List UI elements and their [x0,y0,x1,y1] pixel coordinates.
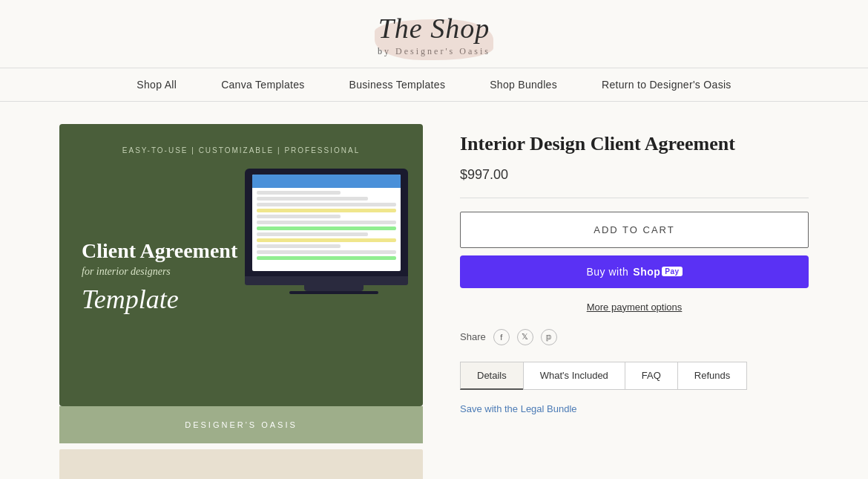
product-badge: EASY-TO-USE | CUSTOMIZABLE | PROFESSIONA… [82,146,401,154]
product-image-title-line1: Client Agreement [82,238,237,264]
product-price: $997.00 [460,167,809,183]
tab-details[interactable]: Details [460,362,523,390]
product-image-cursive: Template [82,284,237,315]
buy-now-shop-pay-button[interactable]: Buy with Shop Pay [460,255,809,288]
product-image-footer: DESIGNER'S OASIS [59,406,423,443]
main-content: EASY-TO-USE | CUSTOMIZABLE | PROFESSIONA… [0,102,868,479]
thumbnail-strip [59,449,423,479]
main-nav: Shop All Canva Templates Business Templa… [0,68,868,102]
twitter-share-icon[interactable]: 𝕏 [517,329,533,345]
add-to-cart-button[interactable]: ADD TO CART [460,212,809,248]
laptop-base [245,276,408,285]
tab-faq[interactable]: FAQ [625,362,677,390]
doc-lines [252,188,401,265]
product-image: EASY-TO-USE | CUSTOMIZABLE | PROFESSIONA… [59,124,423,406]
product-details-column: Interior Design Client Agreement $997.00… [460,124,809,479]
logo[interactable]: The Shop by Designer's Oasis [378,13,490,57]
shop-pay-logo: Shop Pay [633,266,682,278]
shop-pay-badge: Pay [662,267,682,276]
laptop-screen [245,169,408,276]
nav-canva-templates[interactable]: Canva Templates [221,79,304,91]
doc-line-highlight [257,209,396,212]
doc-line [257,191,341,195]
price-divider [460,198,809,198]
pinterest-share-icon[interactable]: 𝕡 [541,329,557,345]
doc-line [257,250,396,254]
laptop-screen-content [252,175,401,271]
product-tabs: Details What's Included FAQ Refunds [460,362,809,390]
doc-line [257,203,396,206]
doc-line [257,221,396,224]
nav-business-templates[interactable]: Business Templates [349,79,446,91]
product-image-column: EASY-TO-USE | CUSTOMIZABLE | PROFESSIONA… [59,124,423,479]
legal-bundle-link[interactable]: Save with the Legal Bundle [460,403,577,414]
more-payment-options-button[interactable]: More payment options [460,296,809,319]
laptop-stand [304,285,364,291]
facebook-share-icon[interactable]: f [493,329,510,345]
doc-line [257,197,368,201]
doc-line-highlight2 [257,227,396,230]
site-header: The Shop by Designer's Oasis [0,0,868,68]
nav-return-designers-oasis[interactable]: Return to Designer's Oasis [602,79,731,91]
doc-header-bar [252,175,401,188]
laptop-mockup [245,169,423,377]
doc-line-highlight2 [257,256,396,260]
product-title: Interior Design Client Agreement [460,131,809,157]
laptop-foot [289,291,378,294]
doc-line-highlight [257,238,396,242]
tab-refunds[interactable]: Refunds [677,362,747,390]
buy-now-prefix: Buy with [586,266,628,278]
product-image-title-block: Client Agreement for interior designers … [82,169,237,384]
doc-line [257,215,341,218]
doc-line [257,244,341,248]
tab-whats-included[interactable]: What's Included [523,362,625,390]
logo-text: The Shop [378,13,490,45]
nav-shop-all[interactable]: Shop All [137,79,177,91]
share-label: Share [460,331,486,342]
product-image-title-line2: for interior designers [82,266,237,278]
nav-shop-bundles[interactable]: Shop Bundles [490,79,557,91]
share-row: Share f 𝕏 𝕡 [460,329,809,345]
shop-pay-label: Shop [633,266,660,278]
doc-line [257,232,368,236]
